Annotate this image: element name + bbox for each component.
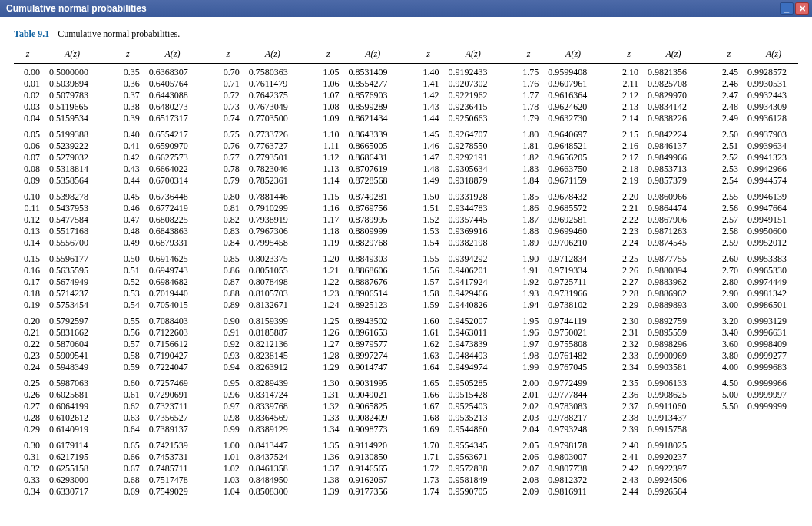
az-value: 0.9082409 — [349, 412, 398, 424]
z-value: 1.07 — [315, 90, 340, 101]
z-value: 2.18 — [614, 164, 638, 175]
header-az-label: A(z) — [751, 48, 797, 60]
az-value: 0.9572838 — [448, 463, 497, 475]
minimize-button[interactable]: _ — [780, 2, 794, 15]
z-value: 2.45 — [714, 67, 738, 78]
header-z-label: z — [316, 48, 340, 60]
z-value: 2.27 — [614, 276, 638, 288]
z-value: 0.22 — [15, 339, 40, 350]
az-value: 0.9761482 — [548, 350, 597, 362]
z-value: 1.31 — [315, 389, 340, 401]
az-value: 0.5119665 — [49, 101, 98, 113]
az-value: 0.6025681 — [49, 389, 98, 401]
z-value: 1.37 — [315, 463, 340, 475]
z-value: 0.59 — [115, 362, 140, 373]
z-value: 1.04 — [215, 486, 240, 498]
az-value: 0.7224047 — [149, 362, 198, 373]
az-value: 0.5159534 — [49, 113, 98, 124]
az-value: 0.5753454 — [49, 299, 98, 311]
az-value: 0.8023375 — [249, 253, 298, 265]
z-value: 2.41 — [614, 452, 638, 463]
az-value: 0.8829768 — [349, 237, 398, 249]
az-subcolumn: 0.63683070.64057640.64430880.64802730.65… — [149, 67, 198, 498]
az-value: 0.9685572 — [548, 203, 597, 214]
az-value: 0.9903581 — [648, 362, 697, 373]
az-value: 0.8105703 — [249, 288, 298, 299]
z-value: 2.54 — [714, 175, 738, 187]
az-value: 0.9221962 — [448, 90, 497, 101]
z-value: 1.12 — [315, 152, 340, 164]
z-value: 2.07 — [514, 463, 539, 475]
az-value: 0.8508300 — [249, 486, 298, 498]
az-value: 0.9886962 — [648, 288, 697, 299]
az-value: 0.7421539 — [149, 440, 198, 452]
az-subcolumn: 0.75803630.76114790.76423750.76730490.77… — [249, 67, 298, 498]
az-value: 0.9942966 — [747, 164, 797, 175]
az-value: 0.9999966 — [747, 378, 797, 389]
table-body: 0.000.010.020.030.040.050.060.070.080.09… — [14, 64, 798, 501]
az-value: 0.9429466 — [448, 288, 497, 299]
az-value: 0.8728568 — [349, 175, 398, 187]
z-value: 1.96 — [514, 327, 539, 339]
az-subcolumn: 0.85314090.85542770.85769030.85992890.86… — [349, 67, 398, 498]
z-value: 1.54 — [414, 237, 439, 249]
z-value: 0.53 — [115, 288, 140, 299]
az-value: 0.5477584 — [49, 214, 98, 226]
z-value: 0.36 — [115, 78, 140, 90]
header-az-label: A(z) — [651, 48, 697, 60]
close-button[interactable]: ✕ — [795, 2, 809, 15]
z-value: 0.18 — [15, 288, 40, 299]
az-value: 0.7642375 — [249, 90, 298, 101]
z-value: 2.05 — [514, 440, 539, 452]
az-value: 0.8263912 — [249, 362, 298, 373]
z-value: 2.34 — [614, 362, 638, 373]
az-value: 0.9406201 — [448, 265, 497, 276]
z-value: 0.71 — [215, 78, 240, 90]
az-value: 0.7938919 — [249, 214, 298, 226]
az-value: 0.8621434 — [349, 113, 398, 124]
az-value: 0.9932443 — [747, 90, 797, 101]
az-value: 0.8789995 — [349, 214, 398, 226]
az-value: 0.9999683 — [747, 362, 797, 373]
az-value: 0.8749281 — [349, 191, 398, 203]
z-value: 1.67 — [414, 401, 439, 412]
az-value: 0.8868606 — [349, 265, 398, 276]
table-column-pair: 2.102.112.122.132.142.152.162.172.182.19… — [612, 67, 698, 498]
z-value: 0.21 — [15, 327, 40, 339]
az-value: 0.9849966 — [648, 152, 697, 164]
z-value: 0.47 — [115, 214, 140, 226]
z-value: 2.70 — [714, 265, 738, 276]
az-value: 0.9913437 — [648, 412, 697, 424]
az-value: 0.6140919 — [49, 424, 98, 435]
z-value: 2.29 — [614, 299, 638, 311]
az-value: 0.8389129 — [249, 424, 298, 435]
az-value: 0.9922397 — [648, 463, 697, 475]
z-value: 2.35 — [614, 378, 638, 389]
z-value: 1.28 — [315, 350, 340, 362]
z-value: 2.04 — [514, 424, 539, 435]
az-value: 0.7910299 — [249, 203, 298, 214]
az-value: 0.9452007 — [448, 316, 497, 327]
z-subcolumn: 0.000.010.020.030.040.050.060.070.080.09… — [15, 67, 40, 498]
z-value: 1.22 — [315, 276, 340, 288]
z-value: 0.44 — [115, 175, 140, 187]
z-value: 1.73 — [414, 475, 439, 486]
window: { "window_title":"Cumulative normal prob… — [0, 0, 812, 526]
z-value: 0.03 — [15, 101, 40, 113]
az-value: 0.8132671 — [249, 299, 298, 311]
az-value: 0.9908625 — [648, 389, 697, 401]
z-value: 1.13 — [315, 164, 340, 175]
az-value: 0.5358564 — [49, 175, 98, 187]
z-value: 1.79 — [514, 113, 539, 124]
z-value: 1.36 — [315, 452, 340, 463]
z-value: 2.22 — [614, 214, 638, 226]
az-value: 0.6517317 — [149, 113, 198, 124]
az-value: 0.9880894 — [648, 265, 697, 276]
az-value: 0.9162067 — [349, 475, 398, 486]
z-value: 2.60 — [714, 253, 738, 265]
az-value: 0.5714237 — [49, 288, 98, 299]
az-value: 0.9590705 — [448, 486, 497, 498]
z-value: 1.27 — [315, 339, 340, 350]
z-value: 4.00 — [714, 362, 738, 373]
z-value: 0.26 — [15, 389, 40, 401]
